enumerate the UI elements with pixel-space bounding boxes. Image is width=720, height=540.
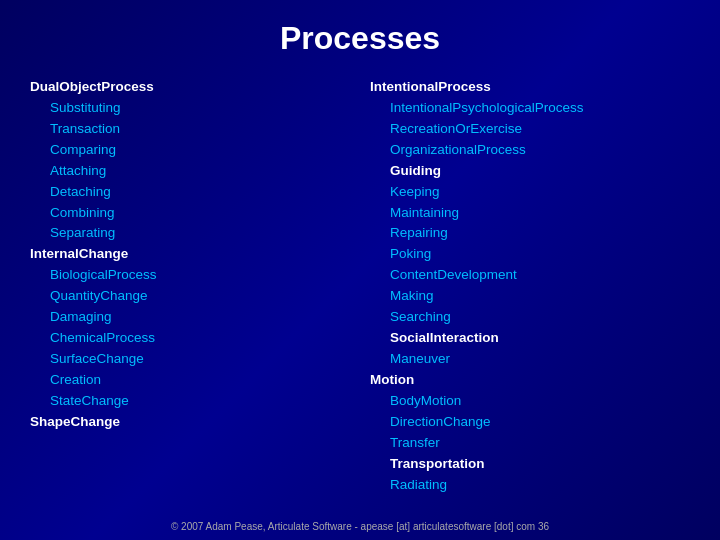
list-item: RecreationOrExercise: [370, 119, 690, 140]
list-item: Detaching: [30, 182, 350, 203]
list-item: Transaction: [30, 119, 350, 140]
list-item: Transfer: [370, 433, 690, 454]
list-item: SurfaceChange: [30, 349, 350, 370]
list-item: BodyMotion: [370, 391, 690, 412]
list-item: IntentionalProcess: [370, 77, 690, 98]
slide: Processes DualObjectProcessSubstitutingT…: [0, 0, 720, 540]
list-item: Poking: [370, 244, 690, 265]
list-item: IntentionalPsychologicalProcess: [370, 98, 690, 119]
list-item: StateChange: [30, 391, 350, 412]
list-item: Maneuver: [370, 349, 690, 370]
list-item: Creation: [30, 370, 350, 391]
list-item: Attaching: [30, 161, 350, 182]
list-item: Keeping: [370, 182, 690, 203]
list-item: Repairing: [370, 223, 690, 244]
list-item: Substituting: [30, 98, 350, 119]
list-item: Motion: [370, 370, 690, 391]
slide-title: Processes: [30, 20, 690, 57]
content-area: DualObjectProcessSubstitutingTransaction…: [30, 77, 690, 495]
list-item: Searching: [370, 307, 690, 328]
list-item: Radiating: [370, 475, 690, 496]
list-item: ContentDevelopment: [370, 265, 690, 286]
right-column: IntentionalProcessIntentionalPsychologic…: [370, 77, 690, 495]
list-item: ChemicalProcess: [30, 328, 350, 349]
footer: © 2007 Adam Pease, Articulate Software -…: [0, 521, 720, 532]
list-item: DualObjectProcess: [30, 77, 350, 98]
list-item: Maintaining: [370, 203, 690, 224]
list-item: Making: [370, 286, 690, 307]
list-item: Comparing: [30, 140, 350, 161]
list-item: ShapeChange: [30, 412, 350, 433]
list-item: QuantityChange: [30, 286, 350, 307]
list-item: InternalChange: [30, 244, 350, 265]
list-item: DirectionChange: [370, 412, 690, 433]
list-item: OrganizationalProcess: [370, 140, 690, 161]
list-item: Separating: [30, 223, 350, 244]
left-column: DualObjectProcessSubstitutingTransaction…: [30, 77, 350, 495]
list-item: SocialInteraction: [370, 328, 690, 349]
list-item: Combining: [30, 203, 350, 224]
list-item: BiologicalProcess: [30, 265, 350, 286]
list-item: Guiding: [370, 161, 690, 182]
list-item: Transportation: [370, 454, 690, 475]
list-item: Damaging: [30, 307, 350, 328]
